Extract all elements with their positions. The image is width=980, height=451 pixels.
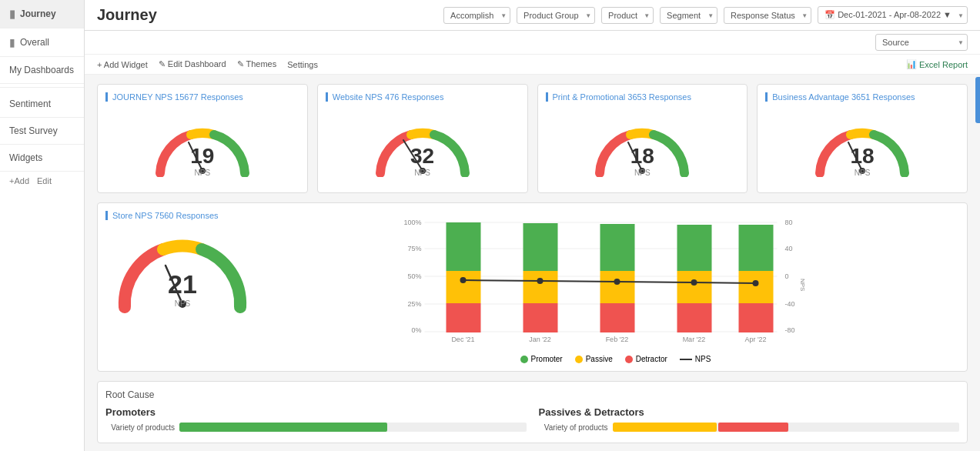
accomplish-filter-wrapper: Accomplish (443, 7, 510, 24)
product-group-filter[interactable]: Product Group (517, 7, 595, 24)
nps-label-print: NPS (630, 169, 654, 177)
store-nps-title: Store NPS 7560 Responses (105, 211, 259, 220)
edit-dashboard-button[interactable]: ✎ Edit Dashboard (159, 59, 226, 69)
promoter-bar-label-0: Variety of products (105, 423, 175, 432)
store-nps-number: 21 (168, 269, 197, 299)
nps-label-legend: NPS (695, 355, 711, 363)
nps-label-website: NPS (410, 169, 434, 177)
svg-text:-80: -80 (785, 326, 795, 334)
promoter-label: Promoter (531, 355, 563, 363)
bar-promoter-mar (677, 225, 712, 271)
passive-label: Passive (586, 355, 613, 363)
svg-text:80: 80 (785, 219, 793, 226)
segment-filter[interactable]: Segment (660, 7, 717, 24)
bar-passive-jan (523, 271, 558, 303)
accomplish-filter[interactable]: Accomplish (443, 7, 510, 24)
gauge-business: 18 NPS (765, 108, 959, 185)
toolbar-left: + Add Widget ✎ Edit Dashboard ✎ Themes S… (97, 59, 318, 69)
gauge-value-print: 18 NPS (630, 144, 654, 177)
svg-text:-40: -40 (785, 300, 795, 308)
toolbar: + Add Widget ✎ Edit Dashboard ✎ Themes S… (85, 55, 980, 75)
sidebar-label-my-dashboards: My Dashboards (9, 65, 74, 75)
sidebar-item-my-dashboards[interactable]: My Dashboards (0, 57, 84, 84)
svg-text:Feb '22: Feb '22 (606, 336, 629, 343)
response-status-filter[interactable]: Response Status (724, 7, 811, 24)
bar-detractor-feb (600, 303, 635, 332)
store-nps-row: Store NPS 7560 Responses 21 NPS (97, 202, 968, 372)
sidebar: ▮ Journey ▮ Overall My Dashboards Sentim… (0, 0, 85, 451)
nps-card-website: Website NPS 476 Responses 32 NPS (317, 84, 528, 193)
sidebar-item-journey[interactable]: ▮ Journey (0, 0, 84, 28)
bar-promoter-jan (523, 223, 558, 271)
bar-detractor-jan (523, 303, 558, 332)
promoter-bar-item-0: Variety of products (105, 423, 527, 432)
sidebar-label-sentiment: Sentiment (9, 99, 51, 109)
nps-card-journey: JOURNEY NPS 15677 Responses 19 (97, 84, 308, 193)
pd-bar-fill-passive-0 (613, 423, 717, 432)
excel-icon: 📊 (906, 59, 917, 69)
toolbar-right: 📊 Excel Report (906, 59, 968, 69)
filters-row: Accomplish Product Group Product Segment (443, 6, 968, 24)
pd-bar-label-0: Variety of products (539, 423, 608, 432)
calendar-icon: 📅 (824, 10, 835, 19)
product-group-filter-wrapper: Product Group (517, 7, 595, 24)
bar-detractor-apr (739, 303, 774, 332)
promoter-bar-fill-0 (179, 423, 387, 432)
passives-detractors-section: Passives & Detractors Variety of product… (539, 406, 960, 435)
pd-bar-track-0 (613, 423, 960, 432)
themes-button[interactable]: ✎ Themes (237, 59, 277, 69)
nps-dot-apr (753, 280, 759, 286)
gauge-journey: 19 NPS (105, 108, 299, 185)
sidebar-divider (0, 87, 84, 88)
gauge-website: 32 NPS (326, 108, 520, 185)
page-title: Journey (97, 6, 157, 24)
legend-detractor: Detractor (625, 355, 667, 363)
svg-text:25%: 25% (407, 300, 421, 308)
store-chart-section: 100% 75% 50% 25% 0% Dec '21 (272, 211, 959, 363)
add-button[interactable]: +Add (9, 176, 29, 185)
nps-number-business: 18 (851, 144, 875, 169)
monitor-icon-journey: ▮ (9, 8, 15, 20)
detractor-label: Detractor (636, 355, 667, 363)
add-widget-button[interactable]: + Add Widget (97, 60, 148, 69)
source-filter[interactable]: Source (875, 34, 968, 51)
detractor-dot (625, 356, 633, 363)
blue-accent-bar (975, 77, 980, 123)
sidebar-item-widgets[interactable]: Widgets (0, 145, 84, 172)
excel-report-button[interactable]: 📊 Excel Report (906, 59, 968, 69)
secondary-filters: Source (85, 31, 980, 55)
product-filter[interactable]: Product (601, 7, 654, 24)
nps-card-journey-title: JOURNEY NPS 15677 Responses (105, 92, 299, 102)
segment-filter-wrapper: Segment (660, 7, 717, 24)
root-cause-title: Root Cause (105, 389, 959, 400)
sidebar-item-sentiment[interactable]: Sentiment (0, 91, 84, 118)
pd-bar-item-0: Variety of products (539, 423, 960, 432)
nps-line-legend (680, 359, 692, 360)
edit-button[interactable]: Edit (37, 176, 52, 185)
sidebar-label-journey: Journey (20, 8, 56, 19)
bar-chart-svg: 100% 75% 50% 25% 0% Dec '21 (272, 211, 959, 349)
bar-detractor-mar (677, 303, 712, 332)
nps-dot-dec (460, 277, 467, 283)
legend-nps: NPS (680, 355, 711, 363)
date-filter[interactable]: 📅 Dec-01-2021 - Apr-08-2022 ▼ (818, 6, 968, 24)
source-filter-wrapper: Source (875, 34, 968, 51)
root-cause-section: Root Cause Promoters Variety of products… (97, 381, 968, 443)
bar-promoter-dec (447, 222, 481, 271)
top-header: Journey Accomplish Product Group Product… (85, 0, 980, 31)
bar-passive-dec (447, 271, 481, 303)
gauge-value-website: 32 NPS (410, 144, 434, 177)
store-nps-label: NPS (168, 299, 197, 308)
settings-button[interactable]: Settings (287, 60, 318, 69)
sidebar-item-test-survey[interactable]: Test Survey (0, 118, 84, 145)
nps-cards-row: JOURNEY NPS 15677 Responses 19 (97, 84, 968, 193)
svg-text:Jan '22: Jan '22 (529, 336, 551, 343)
bar-passive-apr (739, 271, 774, 303)
sidebar-item-overall[interactable]: ▮ Overall (0, 28, 84, 57)
svg-text:100%: 100% (403, 219, 421, 226)
response-status-filter-wrapper: Response Status (724, 7, 811, 24)
svg-text:0: 0 (785, 272, 789, 280)
promoter-bar-track-0 (179, 423, 527, 432)
nps-card-business-title: Business Advantage 3651 Responses (765, 92, 959, 102)
nps-dot-feb (614, 279, 620, 285)
